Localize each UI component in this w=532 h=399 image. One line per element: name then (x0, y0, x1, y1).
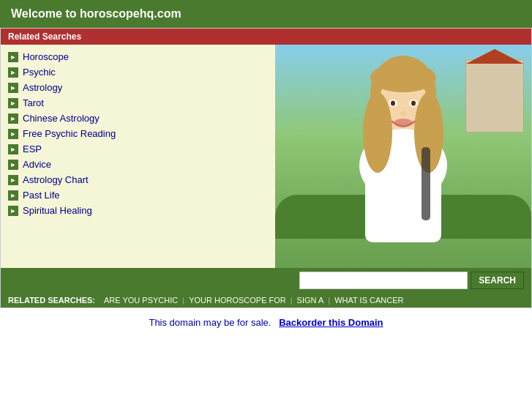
list-item-past-life[interactable]: ►Past Life (1, 187, 275, 203)
search-link-spiritual-healing[interactable]: Spiritual Healing (23, 205, 92, 216)
list-item-psychic[interactable]: ►Psychic (1, 64, 275, 80)
related-searches-label: Related Searches (8, 31, 81, 42)
list-item-chinese-astrology[interactable]: ►Chinese Astrology (1, 111, 275, 126)
svg-point-14 (400, 111, 406, 116)
search-row: SEARCH (1, 268, 531, 293)
list-item-tarot[interactable]: ►Tarot (1, 95, 275, 111)
svg-point-6 (363, 92, 392, 173)
svg-point-12 (411, 101, 416, 106)
search-link-chinese-astrology[interactable]: Chinese Astrology (23, 113, 100, 124)
footer: This domain may be for sale. Backorder t… (0, 308, 532, 337)
search-input[interactable] (299, 272, 468, 289)
svg-point-13 (394, 119, 412, 126)
arrow-icon: ► (8, 98, 18, 108)
arrow-icon: ► (8, 83, 18, 93)
domain-sale-text: This domain may be for sale. (149, 317, 271, 328)
list-item-free-psychic-reading[interactable]: ►Free Psychic Reading (1, 126, 275, 141)
arrow-icon: ► (8, 190, 18, 201)
site-title: Welcome to horoscopehq.com (11, 7, 181, 20)
search-link-astrology[interactable]: Astrology (23, 82, 62, 93)
arrow-icon: ► (8, 144, 18, 154)
photo-building (465, 59, 524, 133)
search-link-astrology-chart[interactable]: Astrology Chart (23, 174, 89, 185)
list-item-horoscope[interactable]: ►Horoscope (1, 49, 275, 64)
bottom-link-2[interactable]: SIGN A (293, 296, 329, 305)
arrow-icon: ► (8, 175, 18, 185)
arrow-icon: ► (8, 113, 18, 124)
search-link-psychic[interactable]: Psychic (23, 67, 56, 78)
arrow-icon: ► (8, 52, 18, 62)
left-column: ►Horoscope►Psychic►Astrology►Tarot►Chine… (1, 45, 275, 268)
list-item-spiritual-healing[interactable]: ►Spiritual Healing (1, 203, 275, 218)
arrow-icon: ► (8, 67, 18, 78)
search-link-horoscope[interactable]: Horoscope (23, 51, 69, 62)
search-link-past-life[interactable]: Past Life (23, 190, 60, 201)
bottom-related-label: RELATED SEARCHES: (8, 296, 95, 305)
content-row: ►Horoscope►Psychic►Astrology►Tarot►Chine… (1, 45, 531, 268)
search-link-free-psychic-reading[interactable]: Free Psychic Reading (23, 128, 116, 139)
backorder-link[interactable]: Backorder this Domain (279, 317, 383, 328)
right-column (275, 45, 531, 268)
list-item-astrology-chart[interactable]: ►Astrology Chart (1, 172, 275, 187)
svg-point-2 (370, 63, 436, 92)
list-item-astrology[interactable]: ►Astrology (1, 80, 275, 95)
person-svg (337, 52, 469, 242)
search-button[interactable]: SEARCH (471, 272, 524, 289)
search-link-esp[interactable]: ESP (23, 143, 42, 154)
arrow-icon: ► (8, 206, 18, 216)
bottom-related-searches: RELATED SEARCHES: ARE YOU PSYCHIC | YOUR… (1, 293, 531, 307)
arrow-icon: ► (8, 129, 18, 139)
arrow-icon: ► (8, 160, 18, 170)
bottom-link-0[interactable]: ARE YOU PSYCHIC (100, 296, 182, 305)
main-wrapper: Related Searches ►Horoscope►Psychic►Astr… (0, 28, 532, 308)
list-item-esp[interactable]: ►ESP (1, 141, 275, 157)
search-link-tarot[interactable]: Tarot (23, 97, 44, 108)
search-link-advice[interactable]: Advice (23, 159, 51, 170)
list-item-advice[interactable]: ►Advice (1, 157, 275, 172)
photo-area (275, 45, 531, 268)
related-searches-bar: Related Searches (1, 29, 531, 45)
svg-rect-8 (422, 147, 430, 220)
site-header: Welcome to horoscopehq.com (0, 0, 532, 28)
bottom-link-3[interactable]: WHAT IS CANCER (330, 296, 408, 305)
svg-point-11 (391, 101, 395, 106)
bottom-link-1[interactable]: YOUR HOROSCOPE FOR (184, 296, 291, 305)
